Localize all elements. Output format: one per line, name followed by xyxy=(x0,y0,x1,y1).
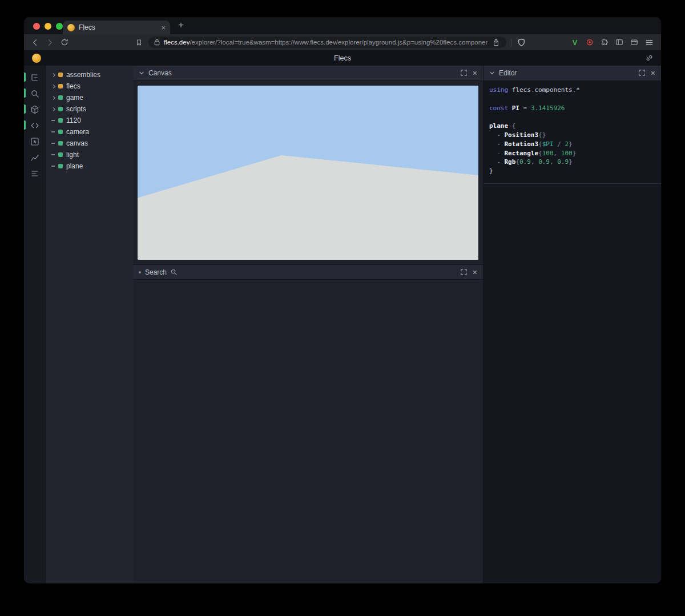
tab-close-icon[interactable]: × xyxy=(161,23,166,32)
entity-label: scripts xyxy=(66,105,86,113)
canvas-panel-body xyxy=(133,81,483,264)
tree-item-light[interactable]: light xyxy=(46,149,133,160)
editor-empty-area xyxy=(483,184,661,583)
wallet-card-icon[interactable] xyxy=(629,37,639,47)
share-link-icon[interactable] xyxy=(646,54,653,62)
sidebar-toggle-icon[interactable] xyxy=(614,37,624,47)
forward-button[interactable] xyxy=(45,37,55,47)
expand-arrow-icon[interactable] xyxy=(49,92,57,103)
back-button[interactable] xyxy=(30,37,40,47)
code-token: - xyxy=(489,140,505,148)
address-bar[interactable]: flecs.dev/explorer/?local=true&wasm=http… xyxy=(148,37,506,48)
entity-color-badge xyxy=(58,107,63,111)
tree-item-plane[interactable]: plane xyxy=(46,160,133,172)
url-domain: flecs.dev xyxy=(164,39,190,46)
code-icon[interactable] xyxy=(30,120,40,130)
code-token: { xyxy=(515,158,519,166)
extensions-puzzle-icon[interactable] xyxy=(599,37,610,47)
code-token: { xyxy=(538,150,542,157)
code-token: , xyxy=(550,158,557,166)
entity-color-badge xyxy=(58,95,63,100)
code-token: Rectangle xyxy=(505,150,539,157)
editor-code[interactable]: using flecs.components.* const PI = 3.14… xyxy=(483,81,661,184)
maximize-window-button[interactable] xyxy=(56,23,63,30)
code-token: const xyxy=(489,104,508,112)
inspector-icon[interactable] xyxy=(30,136,40,146)
app-title: Flecs xyxy=(24,54,661,62)
code-token: components xyxy=(535,86,573,94)
code-token: = xyxy=(519,104,531,112)
tree-item-assemblies[interactable]: assemblies xyxy=(46,69,133,80)
chevron-down-icon[interactable] xyxy=(139,68,144,78)
tree-item-flecs[interactable]: flecs xyxy=(46,80,133,92)
code-line: - Position3{} xyxy=(489,131,655,140)
share-icon[interactable] xyxy=(491,37,501,47)
code-line: const PI = 3.1415926 xyxy=(489,104,655,113)
expand-panel-icon[interactable] xyxy=(461,267,467,277)
tree-item-game[interactable]: game xyxy=(46,92,133,103)
icon-rail xyxy=(24,66,46,583)
code-token: 0.9 xyxy=(557,158,569,166)
code-line xyxy=(489,112,655,122)
stats-rows-icon[interactable] xyxy=(30,168,40,178)
code-token: , xyxy=(531,158,538,166)
entity-color-badge xyxy=(58,152,63,157)
expand-panel-icon[interactable] xyxy=(461,68,467,78)
active-indicator xyxy=(24,120,26,130)
close-window-button[interactable] xyxy=(33,23,40,30)
browser-tab[interactable]: Flecs × xyxy=(63,21,170,34)
chart-icon[interactable] xyxy=(30,152,40,162)
tree-item-canvas[interactable]: canvas xyxy=(46,138,133,149)
code-token: using xyxy=(489,86,508,94)
code-token: 0.9 xyxy=(519,158,531,166)
tab-title: Flecs xyxy=(79,23,157,31)
tree-item-1120[interactable]: 1120 xyxy=(46,115,133,126)
record-extension-icon[interactable] xyxy=(585,37,595,47)
code-token: { xyxy=(508,122,515,130)
expand-arrow-icon[interactable] xyxy=(49,80,57,92)
code-token: , xyxy=(554,150,561,157)
active-indicator xyxy=(24,73,26,82)
expand-panel-icon[interactable] xyxy=(639,68,645,78)
close-panel-icon[interactable]: × xyxy=(473,69,477,77)
reload-button[interactable] xyxy=(59,37,70,47)
new-tab-button[interactable]: + xyxy=(178,19,184,31)
code-line: - Rotation3{$PI / 2} xyxy=(489,140,655,149)
components-cube-icon[interactable] xyxy=(30,104,40,114)
code-line: - Rectangle{100, 100} xyxy=(489,149,655,158)
code-line: plane { xyxy=(489,122,655,131)
expand-arrow-icon[interactable] xyxy=(49,69,57,80)
tree-item-scripts[interactable]: scripts xyxy=(46,103,133,115)
code-token: - xyxy=(489,131,505,139)
minimize-window-button[interactable] xyxy=(45,23,51,30)
entity-label: light xyxy=(66,151,79,159)
entity-color-badge xyxy=(58,130,63,134)
code-token: { xyxy=(538,140,542,148)
3d-canvas[interactable] xyxy=(138,86,478,260)
editor-panel: Editor × using flecs.components.* const … xyxy=(483,66,661,583)
entity-color-badge xyxy=(58,84,63,88)
code-token: } xyxy=(569,140,573,148)
code-token: . xyxy=(531,86,535,94)
v-extension-icon[interactable]: V xyxy=(570,37,580,47)
app-header: Flecs xyxy=(24,50,661,66)
browser-toolbar: flecs.dev/explorer/?local=true&wasm=http… xyxy=(24,34,661,50)
entity-color-badge xyxy=(58,164,63,168)
code-token: } xyxy=(573,150,577,157)
search-icon[interactable] xyxy=(30,88,40,98)
tree-item-camera[interactable]: camera xyxy=(46,126,133,138)
bookmark-icon[interactable] xyxy=(134,37,144,47)
tree-outliner-icon[interactable] xyxy=(30,73,40,82)
expand-arrow-icon[interactable] xyxy=(49,103,57,115)
code-token: Rotation3 xyxy=(505,140,539,148)
shield-icon[interactable] xyxy=(516,37,526,47)
code-line: using flecs.components.* xyxy=(489,86,655,95)
chevron-down-icon[interactable] xyxy=(489,68,495,78)
leaf-dash-icon xyxy=(49,149,57,160)
close-panel-icon[interactable]: × xyxy=(473,268,477,276)
leaf-dash-icon xyxy=(49,160,57,172)
menu-hamburger-icon[interactable] xyxy=(644,37,654,47)
lock-icon[interactable] xyxy=(154,37,160,47)
collapsed-dot-icon[interactable] xyxy=(139,271,141,273)
close-panel-icon[interactable]: × xyxy=(651,69,655,77)
